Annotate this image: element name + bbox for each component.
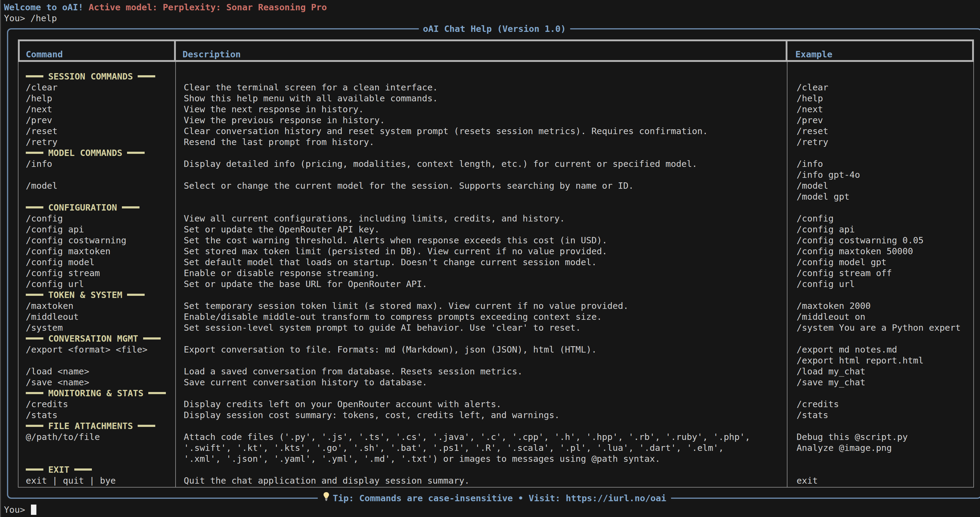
command-cell: /save <name> (19, 377, 175, 388)
section-dash (74, 468, 92, 471)
section-dash (138, 425, 155, 427)
window-edge (0, 0, 1, 517)
section-dash (26, 152, 43, 154)
example-cell (788, 147, 973, 158)
description-cell: Load a saved conversation from database.… (176, 366, 787, 377)
section-dash (143, 337, 161, 340)
example-cell: /next (788, 104, 973, 115)
section-dash (26, 468, 43, 471)
description-cell (176, 333, 787, 344)
example-cell: /config url (788, 279, 973, 289)
example-cell: /help (788, 93, 973, 104)
example-column: /clear/help/next/prev/reset/retry/info/i… (788, 62, 973, 487)
example-cell (788, 333, 973, 344)
command-cell (19, 442, 175, 453)
command-cell: /config costwarning (19, 235, 175, 246)
command-cell: /config url (19, 279, 175, 289)
example-cell: /retry (788, 137, 973, 147)
description-cell (176, 191, 787, 202)
section-label: FILE ATTACHMENTS (48, 421, 133, 431)
description-cell: Set or update the OpenRouter API key. (176, 224, 787, 235)
command-cell (19, 191, 175, 202)
description-cell: Attach code files ('.py', '.js', '.ts', … (176, 431, 787, 442)
section-dash (138, 75, 155, 77)
section-label: MODEL COMMANDS (48, 148, 122, 158)
command-cell (19, 355, 175, 366)
command-cell: @/path/to/file (19, 431, 175, 442)
description-cell: Display session cost summary: tokens, co… (176, 410, 787, 421)
column-header-description: Description (176, 41, 788, 60)
example-cell (788, 421, 973, 431)
section-label: EXIT (48, 464, 70, 475)
example-cell (788, 464, 973, 475)
lightbulb-icon (323, 492, 330, 504)
terminal-screen: Welcome to oAI! Active model: Perplexity… (0, 0, 980, 517)
previous-input-line: You> /help (4, 13, 327, 24)
description-cell (176, 464, 787, 475)
example-cell (788, 289, 973, 300)
terminal-scrollback: Welcome to oAI! Active model: Perplexity… (4, 2, 327, 24)
example-cell: /export html report.html (788, 355, 973, 366)
example-cell: /reset (788, 126, 973, 137)
section-dash (127, 294, 145, 296)
example-cell (788, 202, 973, 213)
help-table: Command Description Example SESSION COMM… (18, 40, 974, 488)
command-cell: /system (19, 322, 175, 333)
description-cell: Set stored max token limit (persisted in… (176, 246, 787, 257)
example-cell: exit (788, 475, 973, 486)
description-cell: Save current conversation history to dat… (176, 377, 787, 388)
description-cell: Clear the terminal screen for a clean in… (176, 82, 787, 93)
section-dash (26, 392, 43, 394)
description-cell: Set session-level system prompt to guide… (176, 322, 787, 333)
command-cell (19, 169, 175, 180)
description-cell: Resend the last prompt from history. (176, 137, 787, 147)
description-cell: Clear conversation history and reset sys… (176, 126, 787, 137)
example-cell: /middleout on (788, 311, 973, 322)
example-cell (788, 453, 973, 464)
command-cell: /help (19, 93, 175, 104)
text-cursor[interactable] (31, 504, 37, 515)
active-model-text: Active model: Perplexity: Sonar Reasonin… (83, 2, 327, 13)
command-cell: /model (19, 180, 175, 191)
command-cell: /maxtoken (19, 300, 175, 311)
section-dash (26, 206, 43, 209)
section-dash (26, 425, 43, 427)
welcome-line: Welcome to oAI! Active model: Perplexity… (4, 2, 327, 13)
input-prompt-line[interactable]: You> (4, 504, 37, 515)
description-cell: Set default model that loads on startup.… (176, 257, 787, 268)
description-cell (176, 169, 787, 180)
prompt-label: You> (4, 504, 30, 515)
example-cell: /info gpt-4o (788, 169, 973, 180)
section-dash (148, 392, 166, 394)
description-cell (176, 147, 787, 158)
example-cell: /credits (788, 399, 973, 410)
section-header: MODEL COMMANDS (19, 147, 175, 158)
description-cell: Show this help menu with all available c… (176, 93, 787, 104)
description-cell (176, 202, 787, 213)
command-cell: /config stream (19, 268, 175, 279)
example-cell: /prev (788, 115, 973, 126)
description-cell: '.xml', '.json', '.yaml', '.yml', '.md',… (176, 453, 787, 464)
command-cell: /credits (19, 399, 175, 410)
command-cell: /info (19, 158, 175, 169)
description-cell: Enable/disable middle-out transform to c… (176, 311, 787, 322)
command-cell: /config model (19, 257, 175, 268)
column-header-command: Command (20, 41, 176, 60)
command-column: SESSION COMMANDS/clear/help/next/prev/re… (19, 62, 176, 487)
example-cell: /export md notes.md (788, 344, 973, 355)
example-cell: /load my_chat (788, 366, 973, 377)
section-dash (26, 337, 43, 340)
column-header-example: Example (788, 41, 972, 60)
description-cell: Set the cost warning threshold. Alerts w… (176, 235, 787, 246)
command-cell: /retry (19, 137, 175, 147)
tip-url-link[interactable]: https://iurl.no/oai (566, 492, 667, 504)
example-cell: /stats (788, 410, 973, 421)
description-cell (176, 388, 787, 399)
section-header: MONITORING & STATS (19, 388, 175, 399)
welcome-text: Welcome to oAI! (4, 2, 83, 13)
section-label: CONFIGURATION (48, 203, 117, 213)
example-cell: /config costwarning 0.05 (788, 235, 973, 246)
panel-title: oAI Chat Help (Version 1.0) (419, 23, 570, 35)
example-cell: /save my_chat (788, 377, 973, 388)
example-cell (788, 388, 973, 399)
